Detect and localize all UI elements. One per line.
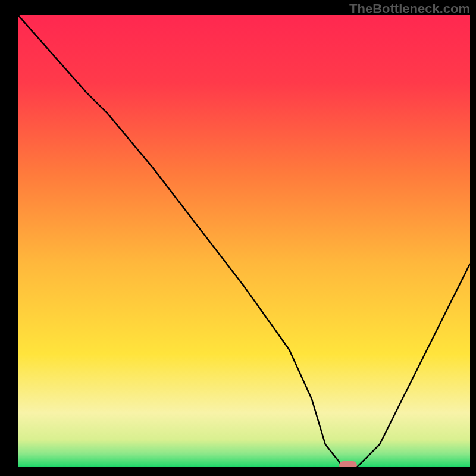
optimal-marker [339,461,357,467]
chart-plot-area [18,15,470,467]
bottleneck-curve [18,15,470,467]
watermark-text: TheBottleneck.com [349,1,470,17]
